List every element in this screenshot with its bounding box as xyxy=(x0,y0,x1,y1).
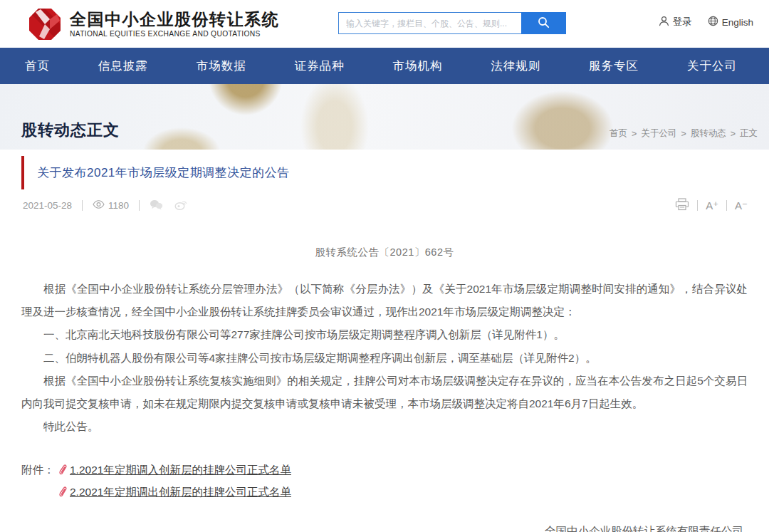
print-icon[interactable] xyxy=(675,198,689,213)
article-meta: 2021-05-28 1180 xyxy=(21,198,748,213)
signature-block: 全国中小企业股份转让系统有限责任公司 2021年5月28日 xyxy=(21,524,748,532)
header-links: 登录 English xyxy=(659,16,753,28)
divider xyxy=(82,200,83,211)
nav-item-institutions[interactable]: 市场机构 xyxy=(392,58,442,74)
nav-item-disclosure[interactable]: 信息披露 xyxy=(98,58,148,74)
breadcrumb-separator: > xyxy=(632,129,637,139)
search-button[interactable] xyxy=(521,12,566,34)
login-link[interactable]: 登录 xyxy=(659,16,692,28)
site-logo[interactable]: 全国中小企业股份转让系统 NATIONAL EQUITIES EXCHANGE … xyxy=(28,8,279,41)
search-icon xyxy=(538,16,550,31)
paragraph: 一、北京南北天地科技股份有限公司等277家挂牌公司按市场层级定期调整程序调入创新… xyxy=(21,323,748,346)
eye-icon xyxy=(93,200,105,211)
paperclip-icon xyxy=(58,464,68,476)
nav-item-rules[interactable]: 法律规则 xyxy=(491,58,540,74)
article-tools: A⁺ A⁻ xyxy=(675,198,748,213)
neeq-logo-icon xyxy=(28,8,61,41)
nav-item-about[interactable]: 关于公司 xyxy=(687,58,737,74)
article-title: 关于发布2021年市场层级定期调整决定的公告 xyxy=(37,166,290,179)
publish-date: 2021-05-28 xyxy=(23,200,72,211)
article-body: 根据《全国中小企业股份转让系统分层管理办法》（以下简称《分层办法》）及《关于20… xyxy=(21,278,748,439)
attachments-label: 附件： xyxy=(21,463,58,478)
attachment-link-1[interactable]: 1.2021年定期调入创新层的挂牌公司正式名单 xyxy=(58,463,291,478)
share-icons xyxy=(150,199,187,212)
language-link[interactable]: English xyxy=(708,16,753,28)
user-icon xyxy=(659,16,669,28)
font-increase-button[interactable]: A⁺ xyxy=(706,199,718,212)
breadcrumb-home[interactable]: 首页 xyxy=(610,127,627,140)
wechat-share-icon[interactable] xyxy=(150,199,163,212)
document-number: 股转系统公告〔2021〕662号 xyxy=(21,246,748,259)
site-title: 全国中小企业股份转让系统 xyxy=(70,10,279,28)
globe-icon xyxy=(708,16,718,28)
attachment-link-2[interactable]: 2.2021年定期调出创新层的挂牌公司正式名单 xyxy=(58,485,291,500)
nav-item-services[interactable]: 服务专区 xyxy=(589,58,639,74)
article: 关于发布2021年市场层级定期调整决定的公告 2021-05-28 1180 xyxy=(0,156,769,532)
signature-company: 全国中小企业股份转让系统有限责任公司 xyxy=(21,524,743,532)
nav-item-securities[interactable]: 证券品种 xyxy=(295,58,345,74)
font-decrease-button[interactable]: A⁻ xyxy=(735,199,748,212)
breadcrumb-separator: > xyxy=(731,129,736,139)
paragraph: 根据《全国中小企业股份转让系统复核实施细则》的相关规定，挂牌公司对本市场层级调整… xyxy=(21,370,748,415)
paragraph: 二、伯朗特机器人股份有限公司等4家挂牌公司按市场层级定期调整程序调出创新层，调至… xyxy=(21,347,748,370)
breadcrumb: 首页 > 关于公司 > 股转动态 > 正文 xyxy=(610,127,758,140)
paragraph: 特此公告。 xyxy=(21,415,748,438)
article-title-row: 关于发布2021年市场层级定期调整决定的公告 xyxy=(21,156,748,189)
main-nav: 首页 信息披露 市场数据 证券品种 市场机构 法律规则 服务专区 关于公司 xyxy=(0,48,769,84)
breadcrumb-news[interactable]: 股转动态 xyxy=(691,127,726,140)
nav-item-market-data[interactable]: 市场数据 xyxy=(197,58,246,74)
breadcrumb-separator: > xyxy=(681,129,686,139)
divider xyxy=(697,200,698,211)
weibo-share-icon[interactable] xyxy=(174,199,187,212)
site-header: 全国中小企业股份转让系统 NATIONAL EQUITIES EXCHANGE … xyxy=(0,0,769,48)
attachments: 附件： 1.2021年定期调入创新层的挂牌公司正式名单 2.2021年定期调出创 xyxy=(21,463,748,500)
divider xyxy=(139,200,140,211)
breadcrumb-current: 正文 xyxy=(740,127,758,140)
search-bar xyxy=(338,12,566,34)
page-title: 股转动态正文 xyxy=(21,120,120,141)
search-input[interactable] xyxy=(338,12,521,34)
view-count: 1180 xyxy=(93,200,129,211)
breadcrumb-about[interactable]: 关于公司 xyxy=(641,127,676,140)
nav-item-home[interactable]: 首页 xyxy=(25,58,50,74)
page-banner: 股转动态正文 首页 > 关于公司 > 股转动态 > 正文 xyxy=(0,84,769,150)
paragraph: 根据《全国中小企业股份转让系统分层管理办法》（以下简称《分层办法》）及《关于20… xyxy=(21,278,748,323)
divider xyxy=(726,200,727,211)
site-subtitle: NATIONAL EQUITIES EXCHANGE AND QUOTATION… xyxy=(70,30,279,38)
paperclip-icon xyxy=(58,486,68,498)
